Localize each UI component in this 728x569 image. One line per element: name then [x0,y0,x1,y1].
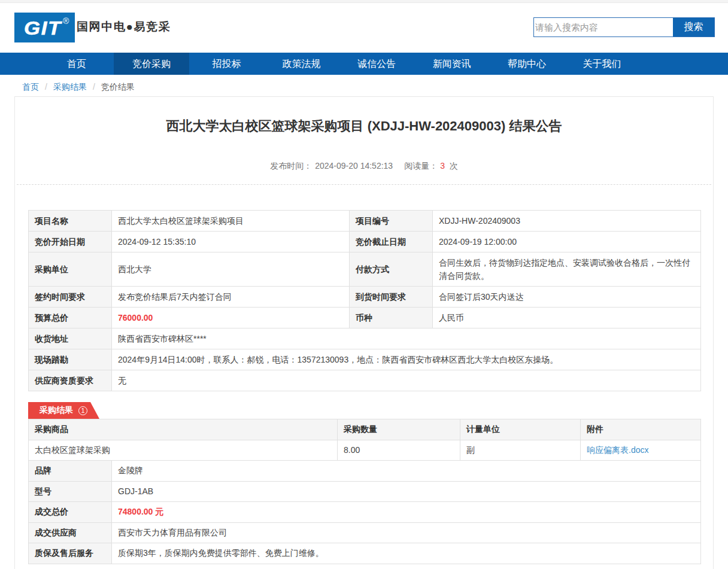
result-product-row: 太白校区篮球架采购8.00副响应偏离表.docx [29,440,701,461]
detail-value: 质保期3年，质保期内免费提供零部件、免费上门维修。 [112,543,701,564]
info-label: 项目编号 [350,211,433,232]
info-label: 预算总价 [29,308,112,328]
product-unit: 副 [460,440,581,461]
detail-label: 品牌 [29,461,112,482]
views-unit: 次 [450,161,458,171]
breadcrumb-item-2[interactable]: 采购结果 [53,82,87,92]
info-value: 陕西省西安市碑林区**** [112,328,701,349]
detail-value: 西安市天力体育用品有限公司 [112,522,701,543]
result-table-header-row: 采购商品采购数量计量单位附件 [29,419,701,440]
nav-item-3[interactable]: 招投标 [189,53,264,75]
info-value: 2024-09-12 15:35:10 [112,232,350,252]
result-detail-row: 成交总价74800.00 元 [29,502,701,523]
nav-item-4[interactable]: 政策法规 [264,53,339,75]
notice-title: 西北大学太白校区篮球架采购项目 (XDJJ-HW-202409003) 结果公告 [15,117,713,135]
nav-item-6[interactable]: 新闻资讯 [414,53,489,75]
info-label: 竞价截止日期 [350,232,433,252]
info-label: 现场踏勘 [29,349,112,370]
result-detail-row: 质保及售后服务质保期3年，质保期内免费提供零部件、免费上门维修。 [29,543,701,564]
nav-item-7[interactable]: 帮助中心 [489,53,564,75]
purchase-result-ribbon: 采购结果 1 [28,402,99,419]
project-info-table: 项目名称西北大学太白校区篮球架采购项目项目编号XDJJ-HW-202409003… [28,210,701,391]
notice-meta: 发布时间：2024-09-20 14:52:13阅读量：3 次 [15,161,713,172]
registered-trademark-icon: ® [63,16,69,26]
info-table-row: 供应商资质要求无 [29,370,701,391]
info-value: 发布竞价结果后7天内签订合同 [112,287,350,308]
git-logo-text: GIT [24,18,62,39]
breadcrumb-separator: / [93,82,95,92]
info-table-row: 签约时间要求发布竞价结果后7天内签订合同到货时间要求合同签订后30天内送达 [29,287,701,308]
breadcrumb-separator: / [45,82,47,92]
result-column-header: 采购数量 [338,419,460,440]
attachment-link[interactable]: 响应偏离表.docx [587,445,648,455]
purchase-result-badge: 采购结果 1 [28,402,700,419]
nav-item-2[interactable]: 竞价采购 [114,53,189,75]
info-label: 供应商资质要求 [29,370,112,391]
product-qty: 8.00 [338,440,460,461]
main-nav: 首页竞价采购招投标政策法规诚信公告新闻资讯帮助中心关于我们 [0,53,728,75]
info-value: 西北大学 [112,252,350,287]
info-value: 西北大学太白校区篮球架采购项目 [112,211,350,232]
info-label: 到货时间要求 [350,287,433,308]
info-label: 项目名称 [29,211,112,232]
info-table-row: 项目名称西北大学太白校区篮球架采购项目项目编号XDJJ-HW-202409003 [29,211,701,232]
publish-time-label: 发布时间： [270,161,312,171]
result-column-header: 附件 [581,419,701,440]
info-value: 2024-09-19 12:00:00 [433,232,701,252]
nav-item-1[interactable]: 首页 [39,53,114,75]
views-count: 3 [440,161,445,171]
info-label: 竞价开始日期 [29,232,112,252]
info-table-row: 收货地址陕西省西安市碑林区**** [29,328,701,349]
info-label: 收货地址 [29,328,112,349]
detail-value: 金陵牌 [112,461,701,482]
breadcrumb-item-3: 竞价结果 [101,82,135,92]
info-label: 签约时间要求 [29,287,112,308]
info-value: 2024年9月14日14:00时，联系人：郝锐，电话：13572130093，地… [112,349,701,370]
publish-time-value: 2024-09-20 14:52:13 [315,161,393,171]
detail-value: GDJ-1AB [112,481,701,502]
info-table-row: 竞价开始日期2024-09-12 15:35:10竞价截止日期2024-09-1… [29,232,701,252]
info-table-row: 现场踏勘2024年9月14日14:00时，联系人：郝锐，电话：135721300… [29,349,701,370]
breadcrumb: 首页/采购结果/竞价结果 [14,75,714,96]
detail-label: 成交供应商 [29,522,112,543]
info-value: 合同签订后30天内送达 [433,287,701,308]
dashed-divider [17,184,711,185]
nav-item-5[interactable]: 诚信公告 [339,53,414,75]
result-detail-row: 品牌金陵牌 [29,461,701,482]
info-value: 无 [112,370,701,391]
product-attachment-cell: 响应偏离表.docx [581,440,701,461]
search-button[interactable]: 搜索 [673,18,714,36]
detail-label: 成交总价 [29,502,112,523]
info-table-row: 采购单位西北大学付款方式合同生效后，待货物到达指定地点、安装调试验收合格后，一次… [29,252,701,287]
info-label: 采购单位 [29,252,112,287]
site-brand-title: 国网中电●易竞采 [77,19,171,35]
search-box: 搜索 [533,17,715,37]
info-value: XDJJ-HW-202409003 [433,211,701,232]
detail-value: 74800.00 元 [112,502,701,523]
info-value: 人民币 [433,308,701,328]
info-label: 币种 [350,308,433,328]
detail-label: 质保及售后服务 [29,543,112,564]
search-input[interactable] [534,18,673,36]
info-value: 76000.00 [112,308,350,328]
views-label: 阅读量： [404,161,438,171]
site-header: GIT ® 国网中电●易竞采 搜索 [0,3,728,53]
git-logo[interactable]: GIT ® [14,13,75,42]
breadcrumb-item-1[interactable]: 首页 [22,82,39,92]
result-number-icon: 1 [78,406,87,415]
purchase-result-label: 采购结果 [40,405,73,416]
detail-label: 型号 [29,481,112,502]
notice-panel: 西北大学太白校区篮球架采购项目 (XDJJ-HW-202409003) 结果公告… [14,96,714,569]
product-name: 太白校区篮球架采购 [29,440,338,461]
info-table-row: 预算总价76000.00币种人民币 [29,308,701,328]
result-column-header: 采购商品 [29,419,338,440]
info-value: 合同生效后，待货物到达指定地点、安装调试验收合格后，一次性付清合同货款。 [433,252,701,287]
purchase-result-table: 采购商品采购数量计量单位附件太白校区篮球架采购8.00副响应偏离表.docx品牌… [28,419,701,564]
result-detail-row: 成交供应商西安市天力体育用品有限公司 [29,522,701,543]
result-detail-row: 型号GDJ-1AB [29,481,701,502]
result-column-header: 计量单位 [460,419,581,440]
info-label: 付款方式 [350,252,433,287]
nav-item-8[interactable]: 关于我们 [565,53,639,75]
